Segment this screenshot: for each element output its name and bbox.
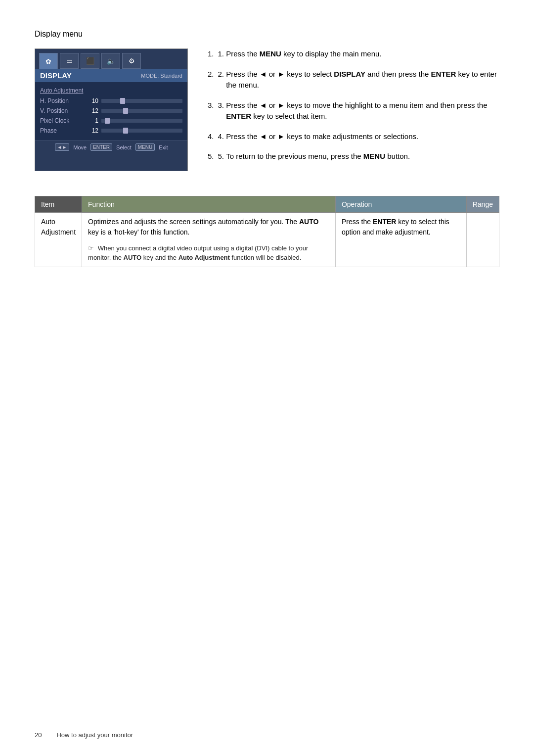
osd-label-vposition: V. Position [40,107,85,114]
function-note-block: ☞ When you connect a digital video outpu… [88,243,329,263]
instruction-3: 3. Press the ◄ or ► keys to move the hig… [208,100,499,122]
instruction-1-text: Press the MENU key to display the main m… [226,48,381,60]
table-row: AutoAdjustment Optimizes and adjusts the… [35,212,499,267]
note-text: When you connect a digital video output … [88,244,308,262]
instruction-1: 1. Press the MENU key to display the mai… [208,48,499,60]
footer-text: How to adjust your monitor [56,731,133,739]
osd-value-hposition: 10 [85,97,98,104]
osd-key-move: ◄► [55,143,70,151]
osd-slider-hposition [101,99,182,103]
table-cell-function: Optimizes and adjusts the screen setting… [82,212,336,267]
instruction-2-text: Press the ◄ or ► keys to select DISPLAY … [226,69,499,91]
osd-footer-select-label: Select [116,144,132,150]
instruction-4-number: 4. [218,131,226,142]
osd-key-enter: ENTER [90,143,112,151]
osd-row-vposition: V. Position 12 [40,106,182,116]
osd-key-menu: MENU [135,143,155,151]
osd-tab-display: ✿ [39,53,58,69]
osd-label-hposition: H. Position [40,97,85,104]
osd-header-mode: MODE: Standard [141,73,182,79]
osd-footer-move-label: Move [73,144,87,150]
table-cell-operation: Press the ENTER key to select this optio… [335,212,466,267]
instruction-3-number: 3. [218,100,226,122]
instruction-4-text: Press the ◄ or ► keys to make adjustment… [226,131,418,142]
table-header-item: Item [35,196,82,212]
instruction-2: 2. Press the ◄ or ► keys to select DISPL… [208,69,499,91]
note-icon: ☞ [88,243,94,253]
osd-menu: ✿ ▭ ⬛ 🔈 ⚙ DISPLAY MODE: Standard Auto Ad… [35,48,188,171]
osd-body: Auto Adjustment H. Position 10 V. Positi… [35,82,187,141]
osd-auto-row: Auto Adjustment [40,85,182,96]
osd-tab-4: 🔈 [101,53,120,69]
function-text-main: Optimizes and adjusts the screen setting… [88,218,318,236]
footer-page-number: 20 [35,731,42,739]
osd-tabs: ✿ ▭ ⬛ 🔈 ⚙ [35,49,187,69]
table-cell-range [466,212,499,267]
osd-value-vposition: 12 [85,107,98,114]
instruction-4: 4. Press the ◄ or ► keys to make adjustm… [208,131,499,142]
table-cell-item: AutoAdjustment [35,212,82,267]
osd-slider-phase [101,129,182,133]
instruction-5-text: To return to the previous menu, press th… [226,151,410,162]
osd-slider-vposition [101,109,182,113]
instruction-5: 5. To return to the previous menu, press… [208,151,499,162]
osd-value-phase: 12 [85,127,98,134]
osd-header: DISPLAY MODE: Standard [35,69,187,82]
osd-tab-3: ⬛ [81,53,99,69]
osd-value-pixelclock: 1 [85,117,98,124]
instruction-3-text: Press the ◄ or ► keys to move the highli… [226,100,499,122]
osd-header-title: DISPLAY [40,71,72,80]
section-title: Display menu [35,30,499,39]
osd-tab-2: ▭ [60,53,79,69]
osd-row-phase: Phase 12 [40,126,182,136]
osd-footer-exit-label: Exit [159,144,168,150]
top-area: ✿ ▭ ⬛ 🔈 ⚙ DISPLAY MODE: Standard Auto Ad… [35,48,499,171]
page-footer: 20 How to adjust your monitor [35,731,133,739]
instruction-5-number: 5. [218,151,226,162]
osd-footer: ◄► Move ENTER Select MENU Exit [35,141,187,153]
osd-slider-pixelclock [101,119,182,123]
osd-tab-5: ⚙ [122,53,141,69]
table-header-operation: Operation [335,196,466,212]
table-header-range: Range [466,196,499,212]
data-table: Item Function Operation Range AutoAdjust… [35,196,499,267]
table-header-function: Function [82,196,336,212]
osd-row-pixelclock: Pixel Clock 1 [40,116,182,126]
instruction-1-number: 1. [218,48,226,60]
instruction-2-number: 2. [218,69,226,91]
osd-label-pixelclock: Pixel Clock [40,117,85,124]
instructions-list: 1. Press the MENU key to display the mai… [208,48,499,171]
osd-label-phase: Phase [40,127,85,134]
osd-row-hposition: H. Position 10 [40,96,182,106]
